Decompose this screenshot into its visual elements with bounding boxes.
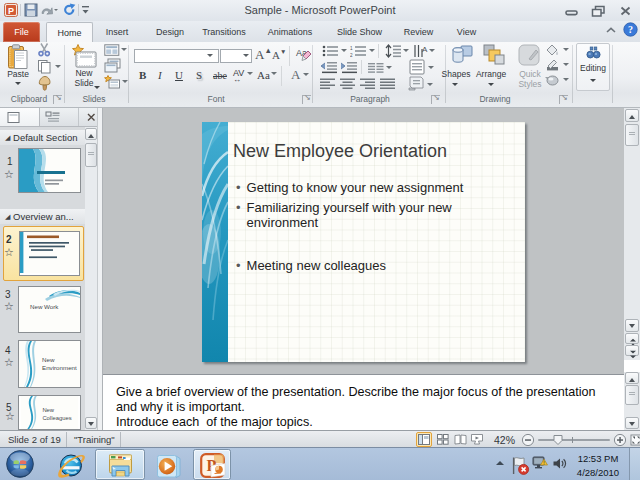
svg-text:New: New — [42, 407, 54, 413]
svg-text:Environment: Environment — [42, 364, 77, 371]
svg-text:1: 1 — [350, 46, 353, 51]
svg-text:2: 2 — [350, 53, 353, 57]
svg-text:A: A — [422, 45, 428, 54]
svg-text:Colleagues: Colleagues — [42, 415, 71, 421]
svg-text:New: New — [42, 356, 55, 363]
svg-text:New Work: New Work — [30, 303, 59, 310]
svg-text:?: ? — [628, 24, 633, 35]
